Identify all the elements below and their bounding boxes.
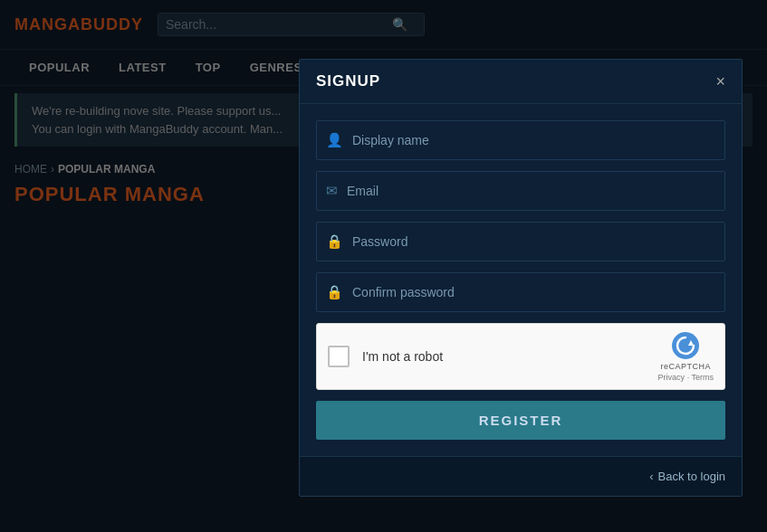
lock-icon: 🔒 <box>326 233 343 250</box>
register-button[interactable]: REGISTER <box>316 401 725 440</box>
email-icon: ✉ <box>326 183 338 199</box>
back-to-login-label: Back to login <box>658 470 725 483</box>
captcha-widget: I'm not a robot reCAPTCHA Privacy · Term… <box>316 323 725 390</box>
lock-confirm-icon: 🔒 <box>326 284 343 300</box>
signup-modal: SIGNUP × 👤 ✉ 🔒 🔒 I'm not a robot <box>299 59 743 497</box>
display-name-field: 👤 <box>316 120 725 160</box>
back-to-login-link[interactable]: ‹ Back to login <box>649 470 725 483</box>
svg-point-0 <box>672 332 699 359</box>
confirm-password-input[interactable] <box>352 285 715 299</box>
person-icon: 👤 <box>326 132 343 148</box>
recaptcha-links: Privacy · Terms <box>658 373 714 382</box>
password-input[interactable] <box>352 234 715 249</box>
captcha-left: I'm not a robot <box>328 346 443 367</box>
recaptcha-dash: · <box>687 373 690 382</box>
recaptcha-privacy[interactable]: Privacy <box>658 373 686 382</box>
recaptcha-logo <box>671 331 700 360</box>
email-input[interactable] <box>347 184 715 198</box>
password-field: 🔒 <box>316 222 725 261</box>
modal-body: 👤 ✉ 🔒 🔒 I'm not a robot <box>300 104 742 456</box>
display-name-input[interactable] <box>352 133 715 147</box>
captcha-checkbox[interactable] <box>328 346 350 367</box>
recaptcha-brand: reCAPTCHA <box>661 362 712 371</box>
back-arrow-icon: ‹ <box>649 470 653 483</box>
confirm-password-field: 🔒 <box>316 272 725 312</box>
email-field: ✉ <box>316 171 725 211</box>
modal-footer: ‹ Back to login <box>300 456 742 496</box>
modal-close-button[interactable]: × <box>715 73 725 90</box>
captcha-label: I'm not a robot <box>362 349 443 364</box>
captcha-right: reCAPTCHA Privacy · Terms <box>658 331 714 382</box>
modal-header: SIGNUP × <box>300 60 742 104</box>
modal-title: SIGNUP <box>316 72 380 90</box>
recaptcha-terms[interactable]: Terms <box>692 373 714 382</box>
